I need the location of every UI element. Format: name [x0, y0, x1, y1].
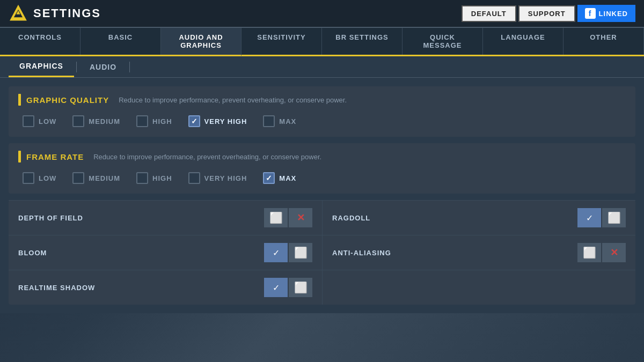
tab-audio-graphics[interactable]: AUDIO AND GRAPHICS: [161, 28, 241, 56]
fps-max[interactable]: MAX: [263, 172, 296, 184]
fps-high-checkbox[interactable]: [136, 172, 148, 184]
fps-max-label: MAX: [279, 174, 296, 182]
subtab-graphics[interactable]: GRAPHICS: [9, 56, 74, 77]
fps-medium[interactable]: MEDIUM: [72, 172, 120, 184]
realtime-shadow-controls: ✓ ⬜: [264, 278, 312, 297]
fps-high[interactable]: HIGH: [136, 172, 172, 184]
depth-of-field-circle-btn[interactable]: ⬜: [264, 208, 288, 227]
graphic-quality-section: GRAPHIC QUALITY Reduce to improve perfor…: [9, 86, 635, 137]
quality-max-checkbox[interactable]: [263, 115, 275, 127]
quality-high[interactable]: HIGH: [136, 115, 172, 127]
fps-low-checkbox[interactable]: [23, 172, 34, 184]
support-button[interactable]: SUPPORT: [518, 5, 575, 22]
realtime-shadow-label: REALTIME SHADOW: [18, 284, 95, 292]
realtime-shadow-row: REALTIME SHADOW ✓ ⬜: [9, 270, 322, 305]
bloom-label: BLOOM: [18, 249, 47, 257]
frame-rate-title: FRAME RATE: [26, 152, 84, 161]
linked-button[interactable]: f LINKED: [577, 5, 635, 22]
header-actions: DEFAULT SUPPORT f LINKED: [462, 5, 635, 22]
toggle-grid: DEPTH OF FIELD ⬜ ✕ RAGDOLL ✓ ⬜ BLOOM ✓: [9, 200, 635, 305]
quality-medium[interactable]: MEDIUM: [72, 115, 120, 127]
tab-controls[interactable]: CONTROLS: [0, 28, 80, 55]
subtab-divider: [76, 62, 77, 72]
anti-aliasing-label: ANTI-ALIASING: [332, 249, 391, 257]
fps-low-label: LOW: [39, 174, 56, 182]
fps-high-label: HIGH: [152, 174, 172, 182]
default-button[interactable]: DEFAULT: [462, 5, 516, 22]
tab-other[interactable]: OTHER: [564, 28, 644, 55]
page-title: SETTINGS: [33, 6, 101, 20]
fps-very-high-label: VERY HIGH: [204, 174, 247, 182]
tab-quick-message[interactable]: QUICK MESSAGE: [402, 28, 483, 55]
bloom-row: BLOOM ✓ ⬜: [9, 235, 322, 270]
tab-sensitivity[interactable]: SENSITIVITY: [241, 28, 322, 55]
main-content: GRAPHIC QUALITY Reduce to improve perfor…: [0, 78, 644, 313]
fps-low[interactable]: LOW: [23, 172, 56, 184]
ragdoll-row: RAGDOLL ✓ ⬜: [322, 200, 635, 235]
quality-low-checkbox[interactable]: [23, 115, 34, 127]
depth-of-field-x-btn[interactable]: ✕: [289, 208, 312, 227]
frame-rate-options: LOW MEDIUM HIGH VERY HIGH MAX: [18, 170, 626, 186]
anti-aliasing-circle-btn[interactable]: ⬜: [577, 243, 601, 262]
quality-high-checkbox[interactable]: [136, 115, 148, 127]
fps-max-checkbox[interactable]: [263, 172, 275, 184]
header-left: SETTINGS: [9, 4, 101, 23]
realtime-shadow-check-btn[interactable]: ✓: [264, 278, 288, 297]
fps-very-high-checkbox[interactable]: [188, 172, 200, 184]
quality-very-high-label: VERY HIGH: [204, 117, 247, 125]
bloom-circle-btn[interactable]: ⬜: [289, 243, 312, 262]
quality-low[interactable]: LOW: [23, 115, 56, 127]
subtab-divider2: [129, 62, 130, 72]
frame-rate-desc: Reduce to improve performance, prevent o…: [93, 153, 321, 161]
header: SETTINGS DEFAULT SUPPORT f LINKED: [0, 0, 644, 28]
top-tab-bar: CONTROLS BASIC AUDIO AND GRAPHICS SENSIT…: [0, 28, 644, 56]
bloom-check-btn[interactable]: ✓: [264, 243, 288, 262]
fps-medium-checkbox[interactable]: [72, 172, 84, 184]
graphic-quality-header: GRAPHIC QUALITY Reduce to improve perfor…: [18, 94, 626, 106]
tab-language[interactable]: LANGUAGE: [483, 28, 564, 55]
bloom-controls: ✓ ⬜: [264, 243, 312, 262]
graphic-quality-desc: Reduce to improve performance, prevent o…: [119, 96, 347, 104]
toggle-settings-section: DEPTH OF FIELD ⬜ ✕ RAGDOLL ✓ ⬜ BLOOM ✓: [9, 200, 635, 305]
empty-row: [322, 270, 635, 305]
quality-high-label: HIGH: [152, 117, 172, 125]
sub-tab-bar: GRAPHICS AUDIO: [0, 56, 644, 78]
quality-max-label: MAX: [279, 117, 296, 125]
ragdoll-controls: ✓ ⬜: [577, 208, 626, 227]
frame-rate-header: FRAME RATE Reduce to improve performance…: [18, 151, 626, 162]
graphic-quality-options: LOW MEDIUM HIGH VERY HIGH MAX: [18, 113, 626, 129]
tab-basic[interactable]: BASIC: [80, 28, 161, 55]
subtab-audio[interactable]: AUDIO: [79, 57, 127, 77]
ragdoll-circle-btn[interactable]: ⬜: [602, 208, 626, 227]
depth-of-field-controls: ⬜ ✕: [264, 208, 312, 227]
anti-aliasing-x-btn[interactable]: ✕: [602, 243, 626, 262]
frame-rate-section: FRAME RATE Reduce to improve performance…: [9, 143, 635, 194]
anti-aliasing-controls: ⬜ ✕: [577, 243, 626, 262]
facebook-icon: f: [585, 8, 596, 19]
quality-medium-label: MEDIUM: [89, 117, 120, 125]
quality-very-high[interactable]: VERY HIGH: [188, 115, 247, 127]
quality-medium-checkbox[interactable]: [72, 115, 84, 127]
depth-of-field-label: DEPTH OF FIELD: [18, 214, 83, 222]
section-accent-fr: [18, 151, 21, 162]
ragdoll-check-btn[interactable]: ✓: [577, 208, 601, 227]
section-accent: [18, 94, 21, 106]
realtime-shadow-circle-btn[interactable]: ⬜: [289, 278, 312, 297]
depth-of-field-row: DEPTH OF FIELD ⬜ ✕: [9, 200, 322, 235]
graphic-quality-title: GRAPHIC QUALITY: [26, 95, 109, 105]
quality-max[interactable]: MAX: [263, 115, 296, 127]
fps-very-high[interactable]: VERY HIGH: [188, 172, 247, 184]
quality-low-label: LOW: [39, 117, 56, 125]
logo-icon: [9, 4, 28, 23]
quality-very-high-checkbox[interactable]: [188, 115, 200, 127]
ragdoll-label: RAGDOLL: [332, 214, 370, 222]
anti-aliasing-row: ANTI-ALIASING ⬜ ✕: [322, 235, 635, 270]
tab-br-settings[interactable]: BR SETTINGS: [322, 28, 402, 55]
fps-medium-label: MEDIUM: [89, 174, 120, 182]
